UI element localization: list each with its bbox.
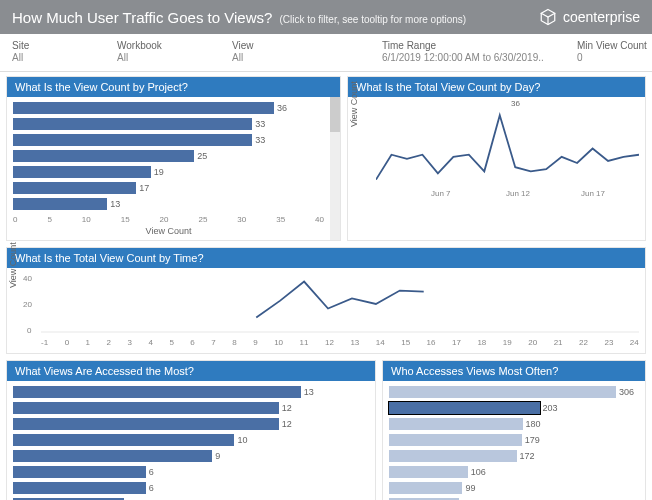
bar[interactable]: 179 <box>389 433 639 447</box>
bar-label: 17 <box>139 183 149 193</box>
header-title-wrap: How Much User Traffic Goes to Views? (Cl… <box>12 9 466 26</box>
bar[interactable]: 6 <box>13 481 369 495</box>
filter-site[interactable]: Site All <box>12 40 117 63</box>
panel-by-time: What Is the Total View Count by Time? Vi… <box>6 247 646 354</box>
bar[interactable]: 25 <box>13 149 324 163</box>
filter-bar: Site All Workbook All View All Time Rang… <box>0 34 652 72</box>
bar[interactable]: 33 <box>13 133 324 147</box>
x-tick: Jun 17 <box>581 189 605 198</box>
data-label: 36 <box>511 99 520 108</box>
x-tick: Jun 7 <box>431 189 451 198</box>
bar-label: 180 <box>526 419 541 429</box>
bar[interactable]: 19 <box>13 165 324 179</box>
bar[interactable]: 180 <box>389 417 639 431</box>
brand-logo: coenterprise <box>539 8 640 26</box>
x-tick: Jun 12 <box>506 189 530 198</box>
bar[interactable]: 203 <box>389 401 639 415</box>
panel-title: What Is the Total View Count by Time? <box>7 248 645 268</box>
filter-workbook[interactable]: Workbook All <box>117 40 232 63</box>
bar-label: 6 <box>149 467 154 477</box>
bar-label: 203 <box>543 403 558 413</box>
bar[interactable]: 12 <box>13 401 369 415</box>
bar-label: 106 <box>471 467 486 477</box>
x-axis-label: View Count <box>13 226 324 236</box>
filter-value: All <box>232 52 362 63</box>
dashboard: What Is the View Count by Project? 36333… <box>0 72 652 500</box>
bar[interactable]: 99 <box>389 481 639 495</box>
bar[interactable]: 106 <box>389 465 639 479</box>
filter-label: Workbook <box>117 40 212 51</box>
bar[interactable]: 17 <box>13 181 324 195</box>
filter-label: Site <box>12 40 97 51</box>
page-title: How Much User Traffic Goes to Views? <box>12 9 272 26</box>
bar-label: 33 <box>255 135 265 145</box>
bar-label: 9 <box>215 451 220 461</box>
panel-most-views: What Views Are Accessed the Most? 131212… <box>6 360 376 500</box>
filter-label: View <box>232 40 362 51</box>
bar-label: 13 <box>304 387 314 397</box>
filter-value: All <box>12 52 97 63</box>
bar[interactable]: 13 <box>13 385 369 399</box>
bar[interactable]: 36 <box>13 101 324 115</box>
bar[interactable]: 172 <box>389 449 639 463</box>
y-tick: 20 <box>23 300 32 309</box>
filter-min-view-count[interactable]: Min View Count 0 <box>577 40 652 63</box>
y-axis-label: View Count <box>8 242 18 288</box>
panel-title: Who Accesses Views Most Often? <box>383 361 645 381</box>
y-tick: 0 <box>27 326 31 335</box>
bar-label: 33 <box>255 119 265 129</box>
filter-value: 6/1/2019 12:00:00 AM to 6/30/2019.. <box>382 52 557 63</box>
bar[interactable]: 9 <box>13 449 369 463</box>
bar-label: 172 <box>520 451 535 461</box>
x-axis: -101234567891011121314151617181920212223… <box>41 336 639 349</box>
bar-label: 36 <box>277 103 287 113</box>
chart-by-time[interactable] <box>41 272 639 334</box>
bar-label: 12 <box>282 419 292 429</box>
filter-time-range[interactable]: Time Range 6/1/2019 12:00:00 AM to 6/30/… <box>382 40 577 63</box>
panel-title: What Is the View Count by Project? <box>7 77 340 97</box>
bar-label: 306 <box>619 387 634 397</box>
bar-label: 99 <box>465 483 475 493</box>
panel-who-accesses: Who Accesses Views Most Often? 306203180… <box>382 360 646 500</box>
filter-label: Min View Count <box>577 40 647 51</box>
y-tick: 40 <box>23 274 32 283</box>
bar-label: 25 <box>197 151 207 161</box>
chart-most-views[interactable]: 131212109665 <box>13 385 369 500</box>
bar-label: 19 <box>154 167 164 177</box>
filter-value: All <box>117 52 212 63</box>
bar-label: 10 <box>237 435 247 445</box>
filter-value: 0 <box>577 52 647 63</box>
brand-name: coenterprise <box>563 9 640 25</box>
filter-label: Time Range <box>382 40 557 51</box>
bar[interactable]: 306 <box>389 385 639 399</box>
bar-label: 179 <box>525 435 540 445</box>
bar[interactable]: 6 <box>13 465 369 479</box>
bar-label: 13 <box>110 199 120 209</box>
bar[interactable]: 10 <box>13 433 369 447</box>
bar[interactable]: 13 <box>13 197 324 211</box>
header-bar: How Much User Traffic Goes to Views? (Cl… <box>0 0 652 34</box>
bar[interactable]: 33 <box>13 117 324 131</box>
chart-by-project[interactable]: 36333325191713 <box>13 101 324 211</box>
panel-by-day: What Is the Total View Count by Day? Vie… <box>347 76 646 241</box>
chart-by-day[interactable]: 36 Jun 7 Jun 12 Jun 17 <box>376 101 639 196</box>
cube-icon <box>539 8 557 26</box>
panel-by-project: What Is the View Count by Project? 36333… <box>6 76 341 241</box>
y-axis-label: View Count <box>349 81 359 127</box>
page-subtitle: (Click to filter, see tooltip for more o… <box>279 14 466 25</box>
panel-title: What Is the Total View Count by Day? <box>348 77 645 97</box>
filter-view[interactable]: View All <box>232 40 382 63</box>
x-axis: 0510152025303540 <box>13 213 324 226</box>
bar-label: 12 <box>282 403 292 413</box>
bar[interactable]: 12 <box>13 417 369 431</box>
scroll-thumb[interactable] <box>330 97 340 132</box>
panel-title: What Views Are Accessed the Most? <box>7 361 375 381</box>
scrollbar[interactable] <box>330 97 340 240</box>
bar-label: 6 <box>149 483 154 493</box>
chart-who-accesses[interactable]: 3062031801791721069994 <box>389 385 639 500</box>
